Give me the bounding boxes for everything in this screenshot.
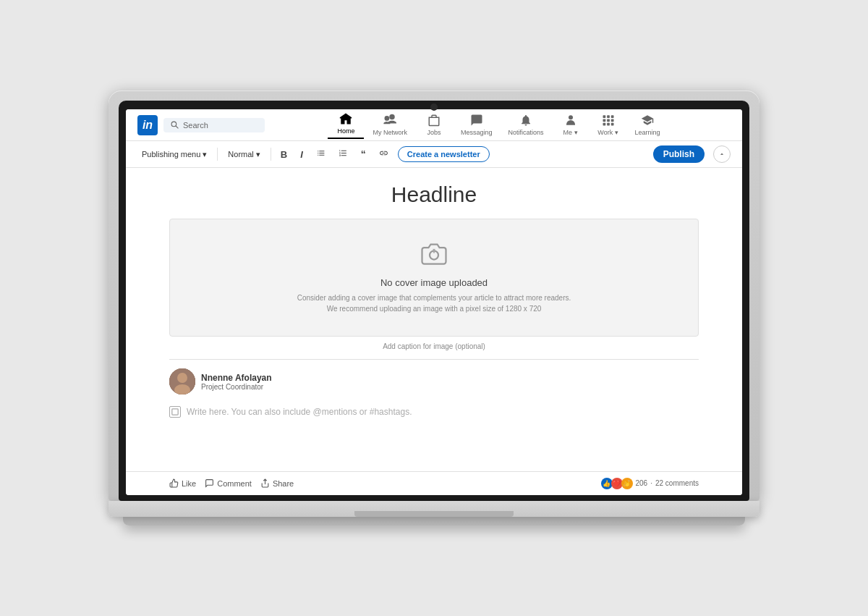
numbered-list-icon [339, 148, 348, 158]
nav-center: Home My Network [328, 110, 667, 140]
laptop-lid: in Search Home [109, 90, 760, 501]
nav-item-home[interactable]: Home [328, 110, 364, 139]
svg-rect-9 [603, 123, 605, 126]
comment-label: Comment [217, 479, 252, 488]
comment-button[interactable]: Comment [205, 478, 252, 488]
editor-toolbar: Publishing menu ▾ Normal ▾ B I [126, 141, 742, 168]
expand-button[interactable] [713, 145, 731, 163]
reaction-clap-emoji: 👏 [621, 478, 633, 489]
svg-point-2 [569, 115, 573, 119]
comments-count-text: · [650, 479, 652, 487]
nav-messaging-label: Messaging [461, 129, 493, 136]
headline-text[interactable]: Headline [169, 182, 699, 207]
svg-point-14 [177, 373, 187, 383]
bullet-list-icon [316, 148, 326, 158]
messaging-icon [470, 114, 483, 127]
nav-item-jobs[interactable]: Jobs [416, 111, 452, 139]
no-cover-title: No cover image uploaded [380, 277, 488, 288]
jobs-icon [427, 114, 441, 127]
chevron-up-icon [718, 151, 726, 158]
link-icon [379, 148, 388, 158]
caption-hint[interactable]: Add caption for image (optional) [169, 342, 699, 350]
bold-button[interactable]: B [277, 148, 291, 161]
svg-rect-10 [607, 123, 610, 126]
text-cursor-icon [169, 406, 181, 418]
like-button[interactable]: Like [169, 478, 196, 488]
svg-rect-6 [603, 119, 605, 122]
toolbar-divider-1 [217, 148, 218, 161]
text-style-chevron: ▾ [256, 150, 260, 159]
publishing-menu-button[interactable]: Publishing menu ▾ [137, 148, 211, 161]
svg-rect-5 [610, 115, 613, 118]
search-bar[interactable]: Search [163, 118, 265, 132]
nav-me-label: Me ▾ [563, 129, 578, 136]
editor-content-area[interactable]: Headline [126, 168, 742, 471]
me-icon [564, 114, 577, 127]
create-newsletter-button[interactable]: Create a newsletter [398, 146, 490, 162]
author-title: Project Coordinator [201, 383, 272, 391]
nav-home-label: Home [337, 127, 354, 135]
nav-work-label: Work ▾ [597, 129, 618, 136]
nav-item-messaging[interactable]: Messaging [454, 111, 500, 139]
author-row: Nnenne Afolayan Project Coordinator [169, 368, 699, 395]
nav-item-work[interactable]: Work ▾ [590, 111, 626, 139]
comments-count-label: 22 comments [655, 479, 699, 487]
link-button[interactable] [375, 147, 392, 161]
like-icon [169, 478, 179, 488]
nav-item-my-network[interactable]: My Network [365, 111, 414, 139]
no-cover-desc-1: Consider adding a cover image that compl… [297, 292, 571, 303]
quote-button[interactable]: “ [357, 147, 370, 161]
avatar-image [169, 368, 195, 395]
nav-item-me[interactable]: Me ▾ [553, 111, 589, 139]
author-name: Nnenne Afolayan [201, 373, 272, 383]
laptop-base [109, 501, 760, 517]
reactions-count-area: 👍 ❤️ 👏 206 · 22 comments [601, 478, 699, 489]
camera-upload-icon [421, 241, 447, 271]
linkedin-logo: in [137, 115, 158, 135]
learning-icon [641, 114, 654, 127]
svg-rect-3 [603, 115, 605, 118]
reactions-count-text: 206 [636, 479, 648, 487]
home-icon [339, 113, 352, 126]
author-avatar [169, 368, 195, 395]
nav-network-label: My Network [373, 129, 407, 136]
publish-button[interactable]: Publish [653, 145, 705, 163]
nav-bar: in Search Home [126, 109, 742, 141]
numbered-list-button[interactable] [335, 147, 352, 161]
screen: in Search Home [126, 109, 742, 495]
italic-button[interactable]: I [297, 148, 307, 161]
share-label: Share [273, 479, 294, 488]
write-placeholder: Write here. You can also include @mentio… [187, 407, 412, 417]
svg-rect-8 [610, 119, 613, 122]
bottom-bar: Like Comment Share 👍 [126, 471, 742, 495]
nav-jobs-label: Jobs [427, 129, 441, 136]
nav-learning-label: Learning [635, 129, 660, 136]
write-here-area[interactable]: Write here. You can also include @mentio… [169, 406, 699, 418]
camera-notch [430, 104, 438, 111]
search-placeholder: Search [183, 121, 208, 130]
work-icon [602, 114, 615, 127]
author-info: Nnenne Afolayan Project Coordinator [201, 373, 272, 391]
share-icon [260, 478, 270, 488]
author-divider [169, 359, 699, 360]
svg-line-1 [176, 126, 178, 128]
cover-image-box[interactable]: No cover image uploaded Consider adding … [169, 219, 699, 337]
share-button[interactable]: Share [260, 478, 294, 488]
comment-icon [205, 478, 214, 488]
svg-rect-4 [607, 115, 610, 118]
reaction-emoji-group: 👍 ❤️ 👏 [601, 478, 633, 489]
nav-item-notifications[interactable]: Notifications [501, 111, 550, 139]
no-cover-desc-2: We recommend uploading an image with a p… [327, 303, 542, 314]
nav-notifications-label: Notifications [508, 129, 543, 136]
laptop-container: in Search Home [109, 90, 760, 526]
screen-bezel: in Search Home [119, 101, 749, 501]
publishing-menu-chevron: ▾ [203, 150, 207, 159]
laptop-bottom [123, 517, 745, 526]
notifications-icon [519, 114, 532, 127]
nav-item-learning[interactable]: Learning [628, 111, 668, 139]
bullet-list-button[interactable] [312, 147, 329, 161]
svg-rect-16 [172, 409, 178, 415]
text-style-button[interactable]: Normal ▾ [224, 148, 264, 161]
svg-rect-11 [610, 123, 613, 126]
avatar-svg [169, 368, 195, 395]
